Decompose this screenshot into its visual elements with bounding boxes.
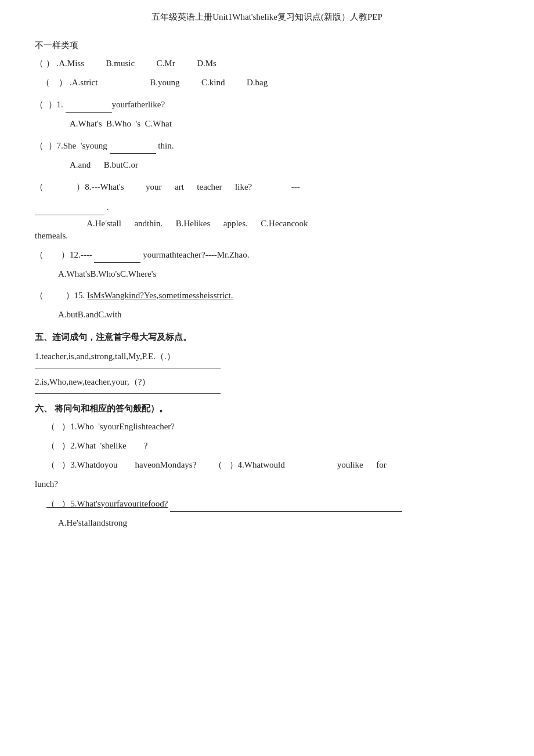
matching-q3-4: （ ）3.Whatdoyou haveonMondays? （ ）4.Whatw… [46,457,499,473]
choice-q12: （ ）12.---- yourmathteacher?----Mr.Zhao. … [35,247,499,282]
q1-choices: A.What's B.Who 's C.What [70,119,172,128]
q12-choices: A.What'sB.Who'sC.Where's [58,269,156,278]
choice-q7: （ ）7.She 'syoung thin. A.and B.butC.or [35,138,499,173]
butyilei-q2: （ ） .A.strict B.young C.kind D.bag [35,75,499,91]
choice-q1: （ ）1. yourfatherlike? A.What's B.Who 's … [35,96,499,132]
m-q3-text: （ ）3.Whatdoyou haveonMondays? （ ）4.Whatw… [46,457,387,473]
matching-q1: （ ）1.Who 'syourEnglishteacher? [46,419,499,435]
last-option: A.He'stallandstrong [58,515,499,531]
choice-q8: （ ）8.---What's your art teacher like? --… [35,179,499,241]
q8-paren: （ ）8.---What's your art teacher like? --… [35,182,300,191]
choice-q15: （ ）15. IsMsWangkind?Yes,sometimessheisst… [35,288,499,323]
lcj-q2-text: 2.is,Who,new,teacher,your,（?） [35,377,150,386]
m-q2-paren: （ ）2.What 'shelike ? [46,441,147,450]
q15-text: IsMsWangkind?Yes,sometimessheisstrict. [87,291,233,300]
m-q5-text: （ ）5.What'syourfavouritefood? [46,499,168,508]
q7-paren: （ ）7.She 'syoung [35,141,107,150]
liancizhengju-q1: 1.teacher,is,and,strong,tall,My,P.E.（.） [35,349,499,368]
q1-paren: （ ）1. [35,100,63,109]
q15-paren: （ ）15. [35,291,85,300]
q1-paren: （ ） [35,59,55,68]
liancizhengju-q2: 2.is,Who,new,teacher,your,（?） [35,374,499,394]
m-q1-paren: （ ）1.Who 'syourEnglishteacher? [46,422,175,431]
matching-q2: （ ）2.What 'shelike ? [46,438,499,454]
trailing-line [170,495,402,512]
matching-q5: （ ）5.What'syourfavouritefood? [46,495,499,512]
q15-choices: A.butB.andC.with [58,310,122,319]
butyilei-q1: （ ） .A.Miss B.music C.Mr D.Ms [35,56,499,71]
q8-choices-line2: themeals. [35,231,499,241]
section-liu-title: 六、 将问句和相应的答句般配）。 [35,403,499,414]
lcj-q1-text: 1.teacher,is,and,strong,tall,My,P.E.（.） [35,352,175,361]
q1-blank: yourfatherlike? [66,100,165,109]
q2-options: .A.strict B.young C.kind D.bag [70,78,268,87]
q8-choices-line1: A.He'stall andthin. B.Helikes apples. C.… [35,219,308,228]
q1-options: .A.Miss B.music C.Mr D.Ms [57,59,217,68]
q12-text: yourmathteacher?----Mr.Zhao. [143,250,249,259]
matching-q4-cont: lunch? [35,476,499,492]
q12-paren: （ ）12.---- [35,250,92,259]
q7-text: thin. [158,141,174,150]
section-wu-title: 五、连词成句，注意首字母大写及标点。 [35,332,499,343]
q8-period: . [107,202,109,212]
section-butyilei-header: 不一样类项 [35,40,499,51]
last-option-text: A.He'stallandstrong [58,518,127,527]
page-title: 五年级英语上册Unit1What'shelike复习知识点(新版）人教PEP [35,12,499,23]
q2-paren: （ ） [35,78,67,87]
q7-choices: A.and B.butC.or [70,160,138,169]
m-q4-cont: lunch? [35,479,58,489]
